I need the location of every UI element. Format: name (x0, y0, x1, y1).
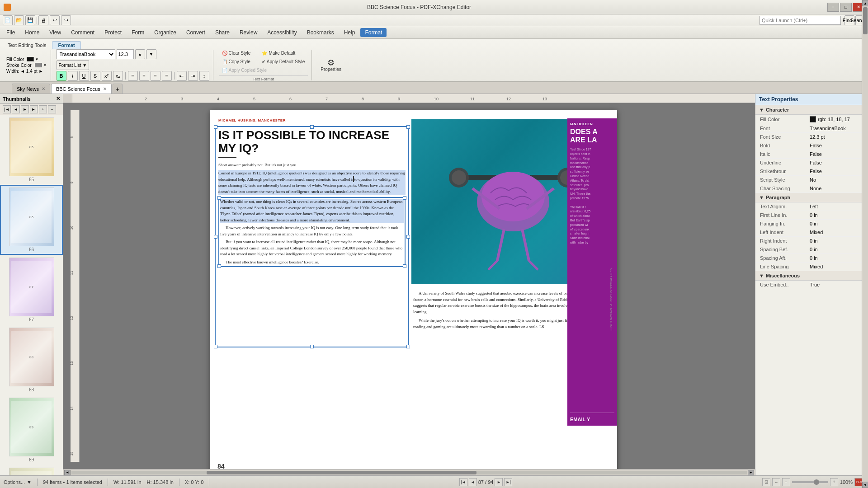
fill-color-swatch[interactable] (27, 57, 34, 61)
menu-share[interactable]: Share (211, 28, 234, 37)
redo-btn[interactable]: ↪ (61, 15, 71, 25)
new-btn[interactable]: 📄 (3, 15, 13, 25)
font-family-select[interactable]: TrasandinaBook (57, 49, 115, 59)
thumbnails-close[interactable]: ✕ (56, 96, 60, 102)
line-spacing-btn[interactable]: ↕ (199, 71, 209, 81)
handle2-br[interactable] (403, 264, 406, 268)
zoom-thumb[interactable] (814, 479, 819, 485)
props-scroll-track[interactable] (862, 94, 868, 475)
open-btn[interactable]: 📂 (14, 15, 24, 25)
underline-btn[interactable]: U (79, 71, 89, 81)
undo-btn[interactable]: ↩ (50, 15, 60, 25)
thumbnail-87[interactable]: 87 87 (0, 255, 63, 325)
page-prev-btn[interactable]: ◄ (469, 478, 477, 486)
zoom-slider[interactable] (792, 481, 828, 483)
scroll-track-h[interactable] (71, 471, 747, 474)
handle-bm[interactable] (310, 345, 314, 348)
stroke-color-swatch[interactable] (35, 63, 42, 67)
tab-bbc-close[interactable]: ✕ (103, 86, 107, 91)
strikethrough-btn[interactable]: S (90, 71, 100, 81)
menu-file[interactable]: File (2, 28, 19, 37)
main-text-box[interactable]: IS IT POSSIBLE TO INCREASE MY IQ? Short … (215, 126, 409, 347)
tab-sky-news[interactable]: Sky News ✕ (12, 84, 50, 94)
print-btn[interactable]: 🖨 (38, 15, 48, 25)
bold-btn[interactable]: B (57, 71, 66, 81)
make-default-btn[interactable]: ⭐ Make Default (259, 49, 298, 57)
paragraph-section-header[interactable]: ▼ Paragraph (755, 193, 868, 202)
canvas-area[interactable]: 1 2 3 4 5 6 7 8 9 10 11 12 13 (63, 94, 755, 475)
page-next-btn[interactable]: ► (495, 478, 503, 486)
handle2-bl[interactable] (217, 264, 221, 268)
menu-home[interactable]: Home (20, 28, 44, 37)
body-text-3-selected[interactable]: Whether valid or not, one thing is clear… (220, 199, 404, 223)
copy-style-btn[interactable]: 📋 Copy Style (219, 58, 254, 66)
menu-help[interactable]: Help (340, 28, 360, 37)
scroll-right-btn[interactable]: ► (748, 470, 754, 475)
tab-format[interactable]: Format (52, 41, 80, 49)
thumb-nav-first[interactable]: |◄ (3, 105, 11, 113)
align-center-btn[interactable]: ≡ (139, 71, 149, 81)
canvas-scroll[interactable]: 8 9 10 11 12 13 14 15 MICHAEL HUSKINS, M… (63, 103, 755, 469)
body-text-4[interactable]: However, actively working towards increa… (220, 225, 404, 265)
zoom-fit-width-btn[interactable]: ↔ (772, 478, 780, 486)
handle-bl[interactable] (214, 345, 217, 348)
thumb-zoom-in[interactable]: + (39, 105, 47, 113)
scroll-left-btn[interactable]: ◄ (64, 470, 71, 475)
scroll-bar-h[interactable]: ◄ ► (63, 469, 755, 475)
handle-tl[interactable] (214, 125, 217, 129)
quick-launch-search[interactable] (760, 16, 841, 25)
thumbnail-89[interactable]: 89 89 (0, 395, 63, 465)
font-size-input[interactable] (117, 49, 134, 59)
fill-color-arrow[interactable]: ▼ (35, 57, 38, 61)
thumbnail-85[interactable]: 85 85 (0, 115, 63, 185)
font-size-down[interactable]: ▼ (146, 49, 156, 59)
menu-review[interactable]: Review (235, 28, 262, 37)
apply-copied-style-btn[interactable]: 📄 Apply Copied Style (219, 66, 270, 74)
tab-text-editing-tools[interactable]: Text Editing Tools (2, 41, 52, 49)
handle-tr[interactable] (406, 125, 410, 129)
maximize-button[interactable]: □ (840, 3, 852, 12)
handle-mr[interactable] (406, 235, 410, 239)
tab-sky-news-close[interactable]: ✕ (42, 86, 45, 91)
save-btn[interactable]: 💾 (25, 15, 35, 25)
add-tab-button[interactable]: + (113, 84, 123, 94)
handle-ml[interactable] (214, 235, 217, 239)
thumb-nav-last[interactable]: ►| (30, 105, 38, 113)
menu-comment[interactable]: Comment (66, 28, 99, 37)
align-left-btn[interactable]: ≡ (128, 71, 138, 81)
menu-accessibility[interactable]: Accessibility (263, 28, 301, 37)
menu-organize[interactable]: Organize (150, 28, 181, 37)
thumbnail-86[interactable]: 86 86 (0, 185, 63, 255)
text-box-content[interactable]: IS IT POSSIBLE TO INCREASE MY IQ? Short … (216, 127, 408, 269)
indent-decrease-btn[interactable]: ⇤ (177, 71, 187, 81)
zoom-increase-btn[interactable]: + (830, 478, 838, 486)
page-first-btn[interactable]: |◄ (459, 478, 467, 486)
properties-btn[interactable]: ⚙ Properties (317, 57, 344, 74)
handle-br[interactable] (406, 345, 410, 348)
indent-increase-btn[interactable]: ⇥ (188, 71, 198, 81)
clear-style-btn[interactable]: 🚫 Clear Style (219, 49, 254, 57)
second-text-box[interactable]: Whether valid or not, one thing is clear… (218, 197, 406, 267)
font-size-up[interactable]: ▲ (135, 49, 145, 59)
page-last-btn[interactable]: ►| (504, 478, 512, 486)
thumb-nav-prev[interactable]: ◄ (12, 105, 20, 113)
italic-btn[interactable]: I (68, 71, 78, 81)
body-text-1[interactable]: Short answer: probably not. But it's not… (218, 163, 406, 167)
zoom-decrease-btn[interactable]: − (782, 478, 790, 486)
superscript-btn[interactable]: x² (102, 71, 112, 81)
handle2-tl[interactable] (217, 196, 221, 200)
menu-format[interactable]: Format (360, 28, 387, 37)
options-menu[interactable]: Options... ▼ (4, 479, 32, 485)
minimize-button[interactable]: − (827, 3, 839, 12)
menu-view[interactable]: View (45, 28, 66, 37)
handle-tm[interactable] (310, 125, 314, 129)
body-text-2-selected[interactable]: Coined in Europe in 1912, IQ (intelligen… (218, 170, 406, 195)
align-justify-btn[interactable]: ≡ (162, 71, 172, 81)
menu-protect[interactable]: Protect (100, 28, 126, 37)
thumbnail-90[interactable]: 90 90 (0, 465, 63, 475)
article-title[interactable]: IS IT POSSIBLE TO INCREASE MY IQ? (218, 129, 406, 155)
thumb-nav-next[interactable]: ► (21, 105, 29, 113)
thumb-zoom-out[interactable]: − (48, 105, 56, 113)
scroll-thumb-h[interactable] (207, 471, 477, 474)
character-section-header[interactable]: ▼ Character (755, 105, 868, 115)
